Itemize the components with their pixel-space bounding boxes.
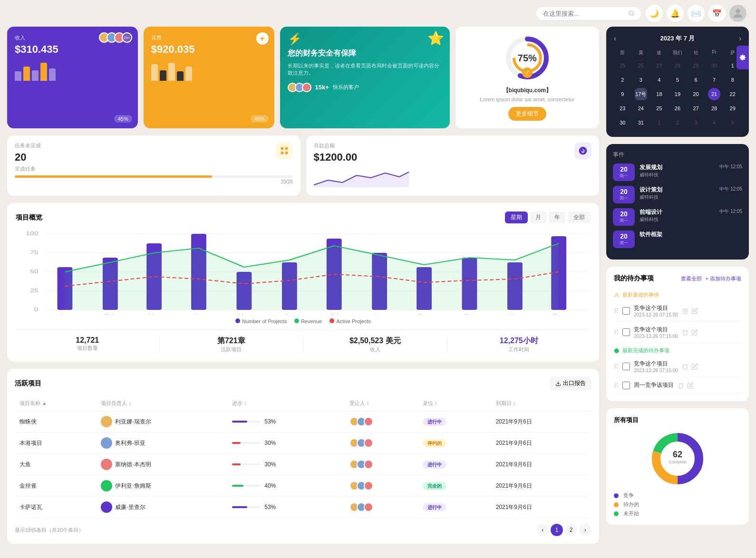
proj-manager-2: 塞纳德·本杰明: [96, 454, 227, 475]
event-info-3: 软件框架: [640, 231, 737, 239]
cal-8[interactable]: 8: [727, 74, 739, 86]
svg-rect-8: [281, 152, 283, 154]
cal-6[interactable]: 6: [690, 74, 702, 86]
pagination-info: 显示1到5条目（共10个条目）: [15, 527, 84, 534]
col-project-name[interactable]: 项目名称 ▲: [15, 396, 96, 411]
user-avatar[interactable]: [729, 5, 746, 22]
finance-title: 您的财务安全有保障: [288, 48, 442, 58]
event-item-3: 20 周一 软件框架: [613, 231, 742, 248]
edit-icon-3[interactable]: [691, 363, 698, 370]
cal-3-next[interactable]: 3: [690, 116, 702, 129]
detail-button[interactable]: 更多细节: [508, 107, 546, 121]
tab-year[interactable]: 年: [549, 212, 566, 223]
search-input[interactable]: [543, 10, 625, 17]
todo-check-2[interactable]: [622, 328, 630, 336]
col-due[interactable]: 到期日 ↕: [491, 396, 591, 411]
cal-21[interactable]: 28: [708, 102, 720, 115]
delete-icon-4[interactable]: [678, 382, 684, 389]
cal-17[interactable]: 24: [635, 102, 647, 115]
edit-icon-1[interactable]: [691, 308, 698, 314]
expense-amount: $920.035: [151, 43, 267, 56]
cal-30-prev[interactable]: 30: [708, 59, 720, 72]
cal-9[interactable]: 9: [616, 88, 629, 100]
cal-19[interactable]: 26: [671, 102, 684, 115]
cal-23[interactable]: 30: [616, 116, 629, 129]
cal-18[interactable]: 25: [653, 102, 665, 115]
proj-due-1: 2021年9月6日: [491, 433, 591, 454]
gear-icon-btn[interactable]: [737, 46, 749, 69]
table-row: 蜘蛛侠 利亚娜·瑞查尔 53% 进行中 2021年9月6日: [15, 411, 591, 433]
cal-29-prev[interactable]: 29: [690, 59, 702, 72]
tab-month[interactable]: 月: [530, 212, 547, 223]
dot-pending: [614, 502, 619, 507]
cal-header-tu: 途: [650, 48, 668, 58]
cal-27-prev[interactable]: 27: [653, 59, 665, 72]
col-manager[interactable]: 项目负责人 ↕: [96, 396, 227, 411]
todo-check-3[interactable]: [622, 363, 630, 370]
tab-all[interactable]: 全部: [568, 212, 591, 223]
cal-11[interactable]: 18: [653, 88, 665, 100]
cal-12[interactable]: 19: [671, 88, 684, 100]
page-2-btn[interactable]: 2: [565, 524, 577, 536]
edit-icon-2[interactable]: [691, 329, 698, 336]
svg-text:Nov: Nov: [509, 313, 521, 315]
proj-due-0: 2021年9月6日: [491, 411, 591, 433]
col-status[interactable]: 龙位 ↕: [418, 396, 491, 411]
cal-22[interactable]: 29: [727, 102, 739, 115]
next-page-btn[interactable]: ›: [579, 524, 591, 536]
cal-5-next[interactable]: 5: [727, 116, 739, 129]
revenue-badge: 45%: [114, 115, 132, 123]
cal-3[interactable]: 3: [635, 74, 647, 86]
calendar-icon-btn[interactable]: 📅: [708, 5, 726, 22]
delete-icon-2[interactable]: [682, 329, 688, 336]
table-row: 本港项目 奥利弗·班亚 30% 停约的 2021年9月6日: [15, 433, 591, 454]
cal-10[interactable]: 17号: [635, 88, 647, 100]
todo-actions-4: [678, 382, 694, 389]
cal-prev-btn[interactable]: ‹: [614, 34, 616, 43]
cal-next-btn[interactable]: ›: [739, 34, 741, 43]
export-button[interactable]: 出口报告: [550, 376, 591, 390]
cal-26-prev[interactable]: 26: [635, 59, 647, 72]
search-bar[interactable]: [536, 7, 641, 20]
table-header: 活跃项目 出口报告: [15, 376, 591, 390]
cal-4-next[interactable]: 4: [708, 116, 720, 129]
page-1-btn[interactable]: 1: [551, 524, 563, 536]
todo-check-4[interactable]: [622, 382, 630, 389]
table-row: 卡萨诺瓦 威廉·里查尔 53% 进行中 2021年9月6日: [15, 497, 591, 518]
svg-line-1: [632, 14, 633, 15]
check-icon: ✓: [522, 67, 533, 78]
edit-icon-4[interactable]: [687, 382, 694, 389]
cal-20[interactable]: 27: [690, 102, 702, 115]
cal-25-prev[interactable]: 25: [616, 59, 629, 72]
proj-progress-3: 40%: [227, 475, 344, 497]
cal-16[interactable]: 23: [616, 102, 629, 115]
cal-1-next[interactable]: 1: [653, 116, 665, 129]
delete-icon-3[interactable]: [682, 363, 688, 370]
cal-2[interactable]: 2: [616, 74, 629, 86]
cal-7[interactable]: 7: [708, 74, 720, 86]
col-assignee[interactable]: 受让人 ↕: [345, 396, 418, 411]
cal-today[interactable]: 21: [708, 88, 720, 100]
todo-check-1[interactable]: [622, 307, 630, 315]
cal-15[interactable]: 22: [727, 88, 739, 100]
col-progress[interactable]: 进步 ↕: [227, 396, 344, 411]
cal-28-prev[interactable]: 28: [671, 59, 684, 72]
proj-progress-0: 53%: [227, 411, 344, 433]
moon-icon-btn[interactable]: 🌙: [646, 5, 663, 22]
prev-page-btn[interactable]: ‹: [536, 524, 549, 536]
bar-5: [49, 68, 56, 81]
delete-icon-1[interactable]: [682, 308, 688, 314]
cal-4[interactable]: 4: [653, 74, 665, 86]
tab-week[interactable]: 星期: [505, 212, 528, 223]
cal-24[interactable]: 31: [635, 116, 647, 129]
cal-13[interactable]: 20: [690, 88, 702, 100]
bell-icon-btn[interactable]: 🔔: [667, 5, 684, 22]
mail-icon-btn[interactable]: ✉️: [688, 5, 705, 22]
cal-2-next[interactable]: 2: [671, 116, 684, 129]
view-all-todo[interactable]: 查看全部: [681, 275, 702, 282]
add-todo[interactable]: + 添加待办事项: [706, 275, 741, 282]
proj-status-0: 进行中: [418, 411, 491, 433]
chart-title: 项目概览: [16, 213, 42, 222]
cal-5[interactable]: 5: [671, 74, 684, 86]
drag-icon-4: ⠿: [614, 382, 619, 389]
